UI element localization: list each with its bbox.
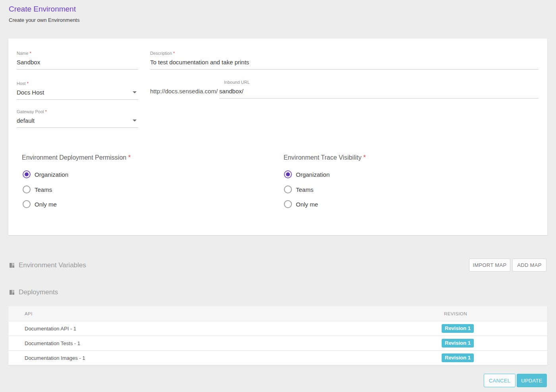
required-asterisk: * xyxy=(45,109,47,114)
radio-button-icon[interactable] xyxy=(284,170,292,178)
inbound-url-input[interactable] xyxy=(219,88,539,98)
radio-label: Organization xyxy=(296,171,330,178)
deployments-header: Deployments xyxy=(10,288,58,296)
radio-label: Organization xyxy=(35,171,68,178)
gateway-pool-label: Gateway Pool * xyxy=(17,109,138,114)
deployment-permission-title: Environment Deployment Permission * xyxy=(22,154,131,161)
radio-label: Only me xyxy=(296,201,318,208)
column-header-revision: REVISION xyxy=(442,311,547,316)
host-select[interactable]: Docs Host xyxy=(17,89,138,100)
page-subtitle: Create your own Environments xyxy=(9,17,79,23)
cancel-button[interactable]: CANCEL xyxy=(484,374,515,387)
radio-trace-only-me[interactable]: Only me xyxy=(284,200,318,208)
radio-button-icon[interactable] xyxy=(284,185,292,193)
chevron-down-icon xyxy=(133,91,137,93)
api-name: Documentation Tests - 1 xyxy=(8,340,442,346)
host-field: Host * Docs Host xyxy=(17,81,138,100)
host-selected-value: Docs Host xyxy=(17,89,44,96)
radio-permission-only-me[interactable]: Only me xyxy=(23,200,57,208)
api-name: Documentation API - 1 xyxy=(8,326,442,332)
environment-variables-title: Environment Variables xyxy=(19,261,86,269)
radio-trace-organization[interactable]: Organization xyxy=(284,170,330,178)
chevron-down-icon xyxy=(133,120,137,122)
radio-permission-teams[interactable]: Teams xyxy=(23,185,52,193)
trace-visibility-title: Environment Trace Visibility * xyxy=(284,154,366,161)
required-asterisk: * xyxy=(173,51,175,56)
api-name: Documentation Images - 1 xyxy=(8,355,442,361)
radio-trace-teams[interactable]: Teams xyxy=(284,185,313,193)
table-row[interactable]: Documentation Tests - 1 Revision 1 xyxy=(8,336,547,350)
inbound-url-prefix: http://docs.sensedia.com/ xyxy=(150,88,218,95)
table-row[interactable]: Documentation Images - 1 Revision 1 xyxy=(8,350,547,365)
radio-button-icon[interactable] xyxy=(23,170,31,178)
radio-button-icon[interactable] xyxy=(23,185,31,193)
table-row[interactable]: Documentation API - 1 Revision 1 xyxy=(8,321,547,336)
environment-form-card: Name * Description * Host * Docs Host In… xyxy=(8,39,547,235)
name-label: Name * xyxy=(17,51,138,56)
radio-button-icon[interactable] xyxy=(284,200,292,208)
name-input[interactable] xyxy=(17,59,138,70)
description-label: Description * xyxy=(150,51,539,56)
name-field: Name * xyxy=(17,51,138,70)
description-field: Description * xyxy=(150,51,539,70)
inbound-url-field: Inbound URL http://docs.sensedia.com/ xyxy=(150,80,539,98)
import-map-button[interactable]: IMPORT MAP xyxy=(469,259,510,272)
radio-label: Teams xyxy=(35,186,52,193)
required-asterisk: * xyxy=(27,81,29,86)
required-asterisk: * xyxy=(29,51,31,56)
radio-label: Only me xyxy=(35,201,57,208)
grid-icon xyxy=(10,263,15,268)
environment-variables-header: Environment Variables xyxy=(10,261,86,269)
radio-button-icon[interactable] xyxy=(23,200,31,208)
deployments-title: Deployments xyxy=(19,288,58,296)
deployments-table: API REVISION Documentation API - 1 Revis… xyxy=(8,306,547,365)
revision-badge[interactable]: Revision 1 xyxy=(442,324,474,333)
update-button[interactable]: UPDATE xyxy=(517,374,547,387)
revision-badge[interactable]: Revision 1 xyxy=(442,339,474,348)
page-title: Create Environment xyxy=(9,5,76,14)
inbound-url-label: Inbound URL xyxy=(224,80,539,85)
table-header-row: API REVISION xyxy=(8,306,547,321)
host-label: Host * xyxy=(17,81,138,86)
radio-label: Teams xyxy=(296,186,313,193)
gateway-pool-selected-value: default xyxy=(17,117,35,124)
required-asterisk: * xyxy=(128,154,131,161)
gateway-pool-field: Gateway Pool * default xyxy=(17,109,138,128)
add-map-button[interactable]: ADD MAP xyxy=(512,259,546,272)
grid-icon xyxy=(10,290,15,295)
radio-permission-organization[interactable]: Organization xyxy=(23,170,68,178)
revision-badge[interactable]: Revision 1 xyxy=(442,353,474,362)
required-asterisk: * xyxy=(363,154,366,161)
description-input[interactable] xyxy=(150,59,539,70)
column-header-api: API xyxy=(8,311,442,316)
gateway-pool-select[interactable]: default xyxy=(17,117,138,128)
